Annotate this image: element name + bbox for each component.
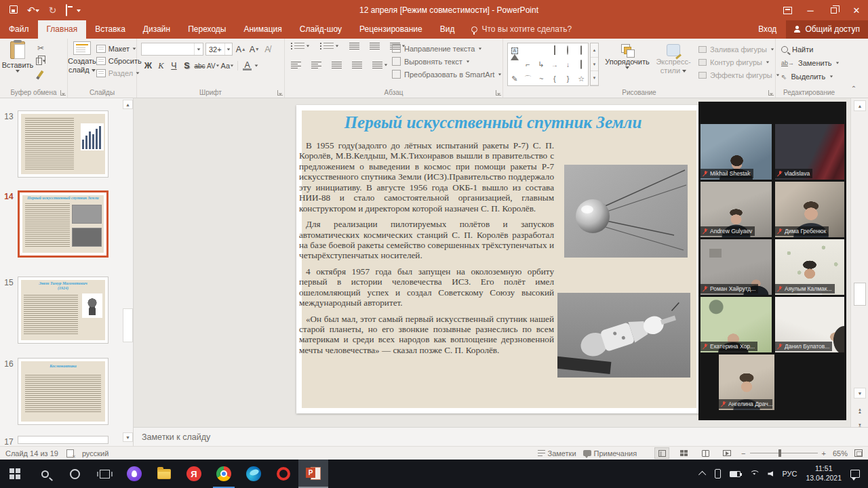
align-left-button[interactable] xyxy=(289,60,303,70)
text-shadow-button[interactable]: S xyxy=(181,60,193,72)
action-center-icon[interactable] xyxy=(850,470,860,478)
file-explorer-button[interactable] xyxy=(149,460,179,488)
redo-button[interactable]: ↻ xyxy=(49,5,57,15)
strikethrough-button[interactable]: abc xyxy=(194,60,205,72)
grow-font-button[interactable]: А xyxy=(235,43,246,56)
arrange-button[interactable]: Упорядочить xyxy=(602,41,652,69)
font-dialog-launcher[interactable] xyxy=(277,90,283,96)
drawing-dialog-launcher[interactable] xyxy=(768,90,774,96)
font-color-button[interactable]: А xyxy=(241,60,253,72)
scrollbar-thumb[interactable] xyxy=(854,283,866,306)
shape-right-brace-icon[interactable]: } xyxy=(567,75,570,83)
zoom-out-button[interactable]: − xyxy=(741,449,745,458)
columns-button[interactable] xyxy=(370,60,390,70)
copy-button[interactable] xyxy=(35,56,46,66)
thumbnails-scroll-up-button[interactable]: ▲ xyxy=(123,100,133,109)
notes-pane[interactable]: Заметки к слайду xyxy=(134,427,868,446)
tab-slideshow[interactable]: Слайд-шоу xyxy=(291,20,351,39)
slide-paragraph[interactable]: В 1955 году(задолго до лётных испытаний … xyxy=(299,140,554,214)
video-tile[interactable]: Аяулым Калмак... xyxy=(775,239,844,295)
video-conference-panel[interactable]: Mikhail Shestak vladislava Andrew Gulyae… xyxy=(698,102,846,420)
character-spacing-button[interactable]: AV xyxy=(207,60,220,72)
thumbnail-slide-16[interactable]: 16 Космонавтика xyxy=(0,358,108,425)
underline-button[interactable]: Ч xyxy=(168,60,180,72)
tab-insert[interactable]: Вставка xyxy=(86,20,134,39)
shape-rounded-rectangle-icon[interactable] xyxy=(580,47,582,54)
start-button[interactable] xyxy=(0,460,30,488)
zoom-in-button[interactable]: + xyxy=(822,449,826,458)
edge-button[interactable] xyxy=(239,460,269,488)
video-tile[interactable]: Екатерина Хор... xyxy=(701,297,772,352)
format-painter-button[interactable] xyxy=(35,69,46,79)
tab-transitions[interactable]: Переходы xyxy=(179,20,235,39)
cortana-button[interactable] xyxy=(60,460,90,488)
thumbnails-scroll-down-button[interactable]: ▼ xyxy=(123,432,133,442)
tab-home[interactable]: Главная xyxy=(38,20,87,39)
thumbnails-scrollbar-thumb[interactable] xyxy=(123,308,133,342)
tab-design[interactable]: Дизайн xyxy=(134,20,179,39)
comments-toggle-button[interactable]: Примечания xyxy=(583,449,637,458)
sputnik-image[interactable] xyxy=(564,165,688,258)
thumbnail-slide-14-selected[interactable]: 14 Первый искусственный спутник Земли xyxy=(0,190,108,258)
spacecraft-image[interactable] xyxy=(557,293,690,378)
video-tile[interactable]: Данил Булатов... xyxy=(775,297,844,352)
shape-scribble-icon[interactable]: ✎ xyxy=(511,75,517,83)
shape-outline-button[interactable]: Контур фигуры xyxy=(698,56,780,68)
convert-smartart-button[interactable]: Преобразовать в SmartArt xyxy=(392,68,502,81)
battery-icon[interactable] xyxy=(730,471,741,477)
shape-curve-icon[interactable]: ~ xyxy=(539,75,543,83)
paragraph-dialog-launcher[interactable] xyxy=(496,90,501,96)
bold-button[interactable]: Ж xyxy=(142,60,154,72)
select-button[interactable]: ⇖Выделить xyxy=(781,70,842,83)
clear-formatting-button[interactable]: A̸ xyxy=(262,43,273,56)
taskbar-search-button[interactable] xyxy=(30,460,60,488)
share-button[interactable]: Общий доступ xyxy=(786,20,868,39)
tab-animations[interactable]: Анимация xyxy=(235,20,290,39)
shapes-scroll-down-button[interactable]: ▼ xyxy=(591,58,598,72)
section-button[interactable]: Раздел xyxy=(96,67,142,79)
tell-me-box[interactable]: Что вы хотите сделать? xyxy=(463,20,580,39)
sign-in-button[interactable]: Вход xyxy=(749,20,786,39)
text-direction-button[interactable]: Направление текста xyxy=(392,42,502,55)
yandex-alice-button[interactable] xyxy=(119,460,149,488)
paste-button[interactable]: Вставить xyxy=(0,39,35,79)
shape-right-arrow-icon[interactable]: → xyxy=(551,62,558,68)
italic-button[interactable]: К xyxy=(155,60,167,72)
wifi-icon[interactable] xyxy=(749,470,759,478)
slide-paragraph[interactable]: Для реализации пилотируемых полётов и за… xyxy=(299,219,554,261)
shape-select-icon[interactable]: A xyxy=(511,47,518,54)
zoom-level[interactable]: 65% xyxy=(833,449,848,458)
shapes-scroll-up-button[interactable]: ▲ xyxy=(591,43,598,58)
normal-view-button[interactable] xyxy=(654,447,669,459)
thumbnail-slide-15[interactable]: 15 Энеев Тимур Магометович (1924) xyxy=(0,277,108,344)
align-center-button[interactable] xyxy=(309,60,323,70)
previous-slide-button[interactable]: ▲▲ xyxy=(855,407,865,415)
close-button[interactable]: ✕ xyxy=(845,0,868,20)
customize-qat-button[interactable] xyxy=(77,5,81,15)
shape-down-arrow-icon[interactable]: ↓ xyxy=(566,62,570,68)
quick-styles-button[interactable]: Экспресс- стили xyxy=(652,41,694,75)
video-tile[interactable]: Дима Гребенюк xyxy=(775,182,844,237)
replace-button[interactable]: ab→Заменить xyxy=(781,56,842,70)
scroll-down-button[interactable]: ▼ xyxy=(854,388,866,399)
opera-button[interactable] xyxy=(269,460,298,488)
shape-effects-button[interactable]: Эффекты фигуры xyxy=(698,68,780,81)
slide-body-textbox[interactable]: В 1955 году(задолго до лётных испытаний … xyxy=(299,140,554,361)
shape-callout-icon[interactable] xyxy=(580,61,582,68)
notes-toggle-button[interactable]: Заметки xyxy=(538,449,576,458)
video-tile[interactable]: vladislava xyxy=(775,124,844,180)
phone-link-icon[interactable] xyxy=(715,469,721,479)
thumbnail-slide-13[interactable]: 13 xyxy=(0,110,108,178)
reset-button[interactable]: Сбросить xyxy=(96,55,142,67)
powerpoint-taskbar-button[interactable] xyxy=(298,460,328,488)
clipboard-dialog-launcher[interactable] xyxy=(60,90,66,96)
shape-arc-icon[interactable]: ⌒ xyxy=(524,75,532,83)
undo-button[interactable]: ↶ xyxy=(27,5,39,15)
hidden-icons-chevron[interactable] xyxy=(698,471,706,479)
slide-paragraph[interactable]: 4 октября 1957 года был запущен на около… xyxy=(299,266,554,308)
zoom-slider-thumb[interactable] xyxy=(778,449,781,457)
language-indicator[interactable]: русский xyxy=(82,449,108,458)
ribbon-display-options-button[interactable] xyxy=(776,0,799,20)
slideshow-view-button[interactable] xyxy=(719,447,734,459)
start-slideshow-button[interactable] xyxy=(66,5,67,15)
